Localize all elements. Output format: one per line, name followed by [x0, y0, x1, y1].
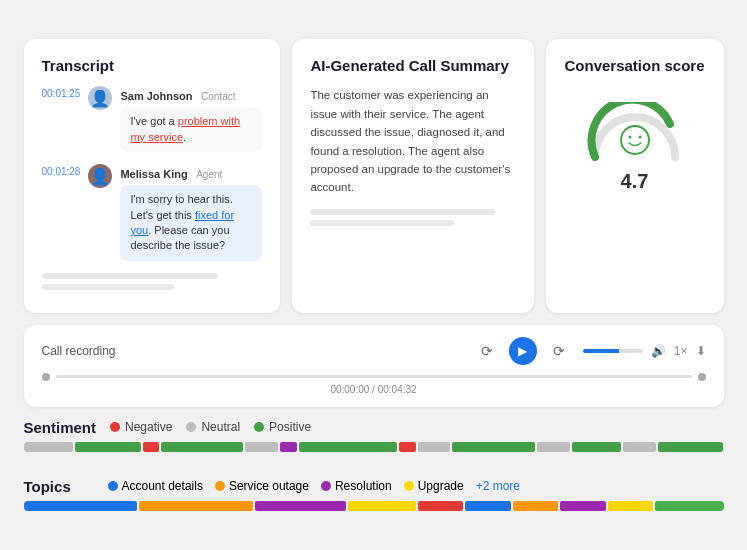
sentiment-segment [161, 442, 243, 452]
topics-header: Topics Account details Service outage Re… [24, 478, 724, 495]
forward-button[interactable]: ⟳ [545, 337, 573, 365]
summary-card: AI-Generated Call Summary The customer w… [292, 39, 533, 312]
sentiment-segment [75, 442, 141, 452]
speaker-role-melissa: Agent [196, 169, 222, 180]
sentiment-segment [280, 442, 296, 452]
right-controls: 🔊 1× ⬇ [583, 344, 706, 358]
resolution-dot [321, 481, 331, 491]
bubble-melissa: I'm sorry to hear this. Let's get this f… [120, 185, 262, 261]
summary-text: The customer was experiencing an issue w… [310, 86, 515, 196]
progress-dot-start [42, 373, 50, 381]
neutral-label: Neutral [201, 420, 240, 434]
topics-segment [24, 501, 138, 511]
topics-segment [608, 501, 653, 511]
avatar-melissa: 👤 [88, 164, 112, 188]
sentiment-row: Sentiment Negative Neutral Positive [24, 419, 724, 466]
placeholder-line-2 [42, 284, 175, 290]
topic-resolution: Resolution [321, 479, 392, 493]
topics-segment [465, 501, 510, 511]
avatar-melissa-face: 👤 [90, 167, 110, 186]
score-value: 4.7 [621, 170, 649, 193]
progress-dot-end [698, 373, 706, 381]
speaker-name-sam: Sam Johnson [120, 90, 192, 102]
summary-line-1 [310, 209, 495, 215]
placeholder-lines [42, 273, 263, 290]
legend-item-neutral: Neutral [186, 420, 240, 434]
topics-title: Topics [24, 478, 94, 495]
progress-row [42, 373, 706, 381]
recording-bar: Call recording ⟳ ▶ ⟳ 🔊 1× ⬇ 00:00:00 / [24, 325, 724, 407]
sentiment-segment [572, 442, 621, 452]
time-total: 00:04:32 [378, 384, 417, 395]
message-row-sam: 00:01:25 👤 Sam Johnson Contact I've got … [42, 86, 263, 152]
topic-upgrade: Upgrade [404, 479, 464, 493]
score-title: Conversation score [564, 57, 704, 74]
timestamp-melissa: 00:01:28 [42, 164, 81, 177]
gauge-container [585, 102, 685, 162]
positive-label: Positive [269, 420, 311, 434]
topic-service-outage: Service outage [215, 479, 309, 493]
avatar-sam: 👤 [88, 86, 112, 110]
timestamp-sam: 00:01:25 [42, 86, 81, 99]
svg-point-1 [628, 136, 631, 139]
transcript-card: Transcript 00:01:25 👤 Sam Johnson Contac… [24, 39, 281, 312]
main-container: Transcript 00:01:25 👤 Sam Johnson Contac… [24, 39, 724, 510]
sentiment-segment [143, 442, 159, 452]
upgrade-label: Upgrade [418, 479, 464, 493]
playback-controls: ⟳ ▶ ⟳ [473, 337, 573, 365]
topics-segment [255, 501, 346, 511]
summary-line-2 [310, 220, 454, 226]
topics-row: Topics Account details Service outage Re… [24, 478, 724, 511]
speaker-name-melissa: Melissa King [120, 168, 187, 180]
volume-icon[interactable]: 🔊 [651, 344, 666, 358]
sentiment-segment [399, 442, 415, 452]
avatar-sam-face: 👤 [90, 89, 110, 108]
topics-segment [560, 501, 605, 511]
sentiment-segment [418, 442, 451, 452]
score-card: Conversation score 4.7 [546, 39, 724, 312]
resolution-label: Resolution [335, 479, 392, 493]
speed-icon[interactable]: 1× [674, 344, 688, 358]
sentiment-segment [452, 442, 534, 452]
recording-label: Call recording [42, 344, 463, 358]
svg-point-0 [621, 126, 649, 154]
sentiment-segment [245, 442, 278, 452]
problem-link[interactable]: problem with my service [130, 115, 240, 142]
account-dot [108, 481, 118, 491]
transcript-title: Transcript [42, 57, 263, 74]
sentiment-segment [658, 442, 724, 452]
fixed-link[interactable]: fixed for you [130, 209, 234, 236]
account-label: Account details [122, 479, 203, 493]
positive-dot [254, 422, 264, 432]
speaker-role-sam: Contact [201, 91, 235, 102]
placeholder-line-1 [42, 273, 219, 279]
topics-segment [348, 501, 416, 511]
topics-segment [418, 501, 463, 511]
rewind-button[interactable]: ⟳ [473, 337, 501, 365]
message-row-melissa: 00:01:28 👤 Melissa King Agent I'm sorry … [42, 164, 263, 261]
message-content-melissa: Melissa King Agent I'm sorry to hear thi… [120, 164, 262, 261]
more-topics[interactable]: +2 more [476, 479, 520, 493]
topics-segment [513, 501, 558, 511]
neutral-dot [186, 422, 196, 432]
time-current: 00:00:00 [330, 384, 369, 395]
top-row: Transcript 00:01:25 👤 Sam Johnson Contac… [24, 39, 724, 312]
bubble-sam: I've got a problem with my service. [120, 107, 262, 152]
download-icon[interactable]: ⬇ [696, 344, 706, 358]
progress-track[interactable] [56, 375, 692, 378]
legend-item-positive: Positive [254, 420, 311, 434]
play-button[interactable]: ▶ [509, 337, 537, 365]
topics-bar [24, 501, 724, 511]
sentiment-segment [299, 442, 398, 452]
time-label: 00:00:00 / 00:04:32 [42, 384, 706, 395]
summary-placeholder [310, 209, 515, 226]
negative-dot [110, 422, 120, 432]
sentiment-header: Sentiment Negative Neutral Positive [24, 419, 724, 436]
outage-dot [215, 481, 225, 491]
volume-slider[interactable] [583, 349, 643, 353]
sentiment-segment [623, 442, 656, 452]
recording-top: Call recording ⟳ ▶ ⟳ 🔊 1× ⬇ [42, 337, 706, 365]
outage-label: Service outage [229, 479, 309, 493]
legend-item-negative: Negative [110, 420, 172, 434]
svg-point-2 [638, 136, 641, 139]
